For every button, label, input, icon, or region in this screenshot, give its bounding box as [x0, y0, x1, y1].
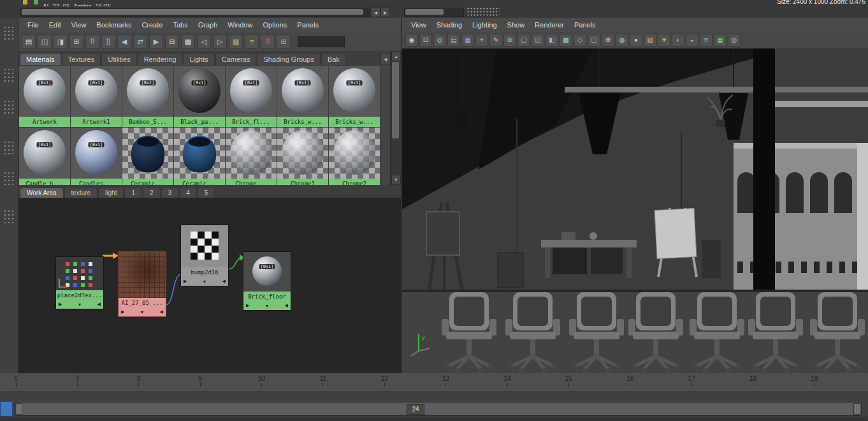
hypershade-menu-item[interactable]: View — [66, 20, 92, 30]
material-swatch[interactable]: Ceramic... — [122, 128, 173, 186]
hypershade-tab[interactable]: Materials — [20, 53, 61, 65]
node-output-toggle-icon[interactable]: ◀ — [285, 303, 288, 308]
toolbox-cluster-icon[interactable] — [3, 100, 15, 114]
viewport-menu-item[interactable]: Renderer — [530, 20, 569, 30]
node-output-toggle-icon[interactable]: ◀ — [160, 309, 163, 314]
material-swatch[interactable]: [0x1] Bamboo_S... — [122, 66, 173, 127]
work-area-tab[interactable]: 3 — [161, 188, 179, 198]
tab-scroll-left-button[interactable]: ◀ — [380, 54, 391, 64]
node-output-toggle-icon[interactable]: ◀ — [222, 279, 226, 284]
work-area-tab[interactable]: 2 — [143, 188, 161, 198]
material-swatch[interactable]: [0x1] Artwork1 — [71, 66, 122, 127]
viewport-menu-item[interactable]: Panels — [569, 20, 601, 30]
place2d-texture-node[interactable]: place2dTex... ▶ ▼ ◀ — [55, 256, 104, 309]
input-connections-icon[interactable]: ◀ — [117, 34, 131, 48]
viewport-menu-item[interactable]: Shading — [431, 20, 467, 30]
field-chart-icon[interactable]: ▩ — [560, 34, 572, 47]
panel-drag-handle[interactable] — [467, 7, 500, 16]
node-controls[interactable]: ▶ ▼ ◀ — [119, 307, 166, 316]
hypershade-tab[interactable]: Shading Groups — [257, 53, 321, 65]
toolbox-cluster-icon[interactable] — [3, 140, 15, 154]
previous-graph-icon[interactable]: ◁ — [197, 34, 211, 48]
organizer-red-icon[interactable]: ⠿ — [261, 34, 275, 48]
scrollbar-thumb[interactable] — [405, 9, 444, 15]
hypershade-tab[interactable]: Cameras — [215, 53, 257, 65]
viewport-menu-item[interactable]: Show — [502, 20, 530, 30]
node-controls[interactable]: ▶ ▼ ◀ — [243, 301, 291, 310]
anti-alias-icon[interactable]: ▦ — [714, 34, 727, 47]
use-all-lights-icon[interactable]: ☀ — [658, 34, 670, 47]
safe-action-icon[interactable]: ◇ — [574, 34, 586, 47]
ambient-occlusion-icon[interactable]: ◒ — [686, 34, 698, 47]
hypershade-tab[interactable]: Rendering — [138, 53, 183, 65]
hypershade-menu-item[interactable]: File — [22, 20, 44, 30]
frame-all-icon[interactable]: ⊕ — [602, 34, 614, 47]
brick-floor-shader-node[interactable]: [0x1] Brick_floor ▶ ▼ ◀ — [243, 251, 291, 311]
create-asset-icon[interactable]: ▥ — [229, 34, 243, 48]
work-area-graph[interactable]: place2dTex... ▶ ▼ ◀ AI_27_05_... ▶ ▼ ◀ — [18, 198, 401, 373]
2d-pan-zoom-icon[interactable]: + — [475, 34, 488, 47]
range-slider[interactable]: 24 — [14, 402, 862, 416]
scroll-down-button[interactable]: ▼ — [391, 175, 401, 184]
smooth-shade-icon[interactable]: ● — [630, 34, 642, 47]
material-swatch[interactable]: [0x1] Black_pa... — [174, 66, 225, 127]
scroll-right-button[interactable]: ▶ — [380, 8, 390, 17]
scrollbar-thumb[interactable] — [22, 9, 363, 15]
work-area-tab[interactable]: Work Area — [20, 188, 64, 198]
node-controls[interactable]: ▶ ▼ ◀ — [56, 300, 103, 309]
hypershade-tab[interactable]: Textures — [62, 53, 101, 65]
material-swatch[interactable]: [0x1] Bricks_w... — [277, 66, 328, 127]
layout-four-pane-icon[interactable]: ⊞ — [69, 34, 83, 48]
hypershade-menu-item[interactable]: Edit — [44, 20, 66, 30]
node-input-toggle-icon[interactable]: ▶ — [246, 303, 249, 308]
hypershade-menu-item[interactable]: Panels — [292, 20, 324, 30]
material-swatch[interactable]: Chrome1 — [277, 128, 328, 186]
hypershade-tab[interactable]: Bak — [321, 53, 346, 65]
gate-mask-icon[interactable]: ◧ — [546, 34, 558, 47]
material-swatch[interactable]: [0x1] Candle_h... — [19, 128, 70, 186]
node-input-toggle-icon[interactable]: ▶ — [59, 302, 62, 307]
swatch-grid-large-icon[interactable]: ⣿ — [101, 34, 115, 48]
work-area-tab[interactable]: 4 — [179, 188, 197, 198]
wireframe-icon[interactable]: ◍ — [616, 34, 628, 47]
hypershade-menu-item[interactable]: Options — [257, 20, 292, 30]
viewport-horizontal-scrollbar[interactable] — [404, 8, 464, 17]
material-swatch[interactable]: [0x1] Brick_fl... — [226, 66, 277, 127]
time-slider[interactable]: 6 7 8 9 10 11 — [0, 373, 868, 392]
node-output-toggle-icon[interactable]: ◀ — [98, 302, 101, 307]
hypershade-filter-input[interactable] — [298, 36, 345, 47]
viewport-scene[interactable]: y — [402, 48, 868, 373]
material-swatch[interactable]: [0x1] Artwork — [19, 66, 70, 127]
hypershade-menu-item[interactable]: Create — [136, 20, 168, 30]
rearrange-graph-icon[interactable]: ▩ — [181, 34, 195, 48]
hypershade-tab[interactable]: Utilities — [101, 53, 136, 65]
range-current-frame[interactable]: 24 — [407, 404, 424, 415]
swatch-grid-small-icon[interactable]: ⠿ — [85, 34, 99, 48]
node-controls[interactable]: ▶ ▼ ◀ — [181, 277, 228, 286]
hypershade-menu-item[interactable]: Bookmarks — [91, 20, 136, 30]
grease-pencil-icon[interactable]: ✎ — [489, 34, 502, 47]
next-graph-icon[interactable]: ▷ — [213, 34, 227, 48]
motion-blur-icon[interactable]: ≋ — [700, 34, 712, 47]
layout-two-pane-icon[interactable]: ◫ — [38, 34, 52, 48]
scroll-up-button[interactable]: ▲ — [391, 52, 401, 61]
material-swatch[interactable]: [0x1] Bricks_w... — [329, 66, 380, 127]
range-end-handle[interactable] — [853, 403, 860, 415]
toolbox-cluster-icon[interactable] — [3, 68, 15, 82]
shadows-icon[interactable]: ◐ — [672, 34, 684, 47]
clear-graph-icon[interactable]: ⊟ — [165, 34, 179, 48]
material-swatch[interactable]: Ceramic... — [174, 128, 225, 186]
hypershade-tab[interactable]: Lights — [183, 53, 214, 65]
hypershade-menu-item[interactable]: Tabs — [168, 20, 192, 30]
image-plane-icon[interactable]: ▦ — [461, 34, 474, 47]
work-area-tab[interactable]: texture — [64, 188, 98, 198]
node-menu-icon[interactable]: ▼ — [78, 302, 82, 307]
work-area-tab[interactable]: 1 — [124, 188, 142, 198]
node-input-toggle-icon[interactable]: ▶ — [121, 309, 124, 314]
work-area-tab[interactable]: light — [98, 188, 124, 198]
node-menu-icon[interactable]: ▼ — [140, 310, 145, 314]
hypershade-menu-item[interactable]: Graph — [193, 20, 223, 30]
material-swatch[interactable]: Chrome... — [226, 128, 277, 186]
node-menu-icon[interactable]: ▼ — [265, 304, 270, 308]
toolbox-cluster-icon[interactable] — [3, 26, 15, 40]
